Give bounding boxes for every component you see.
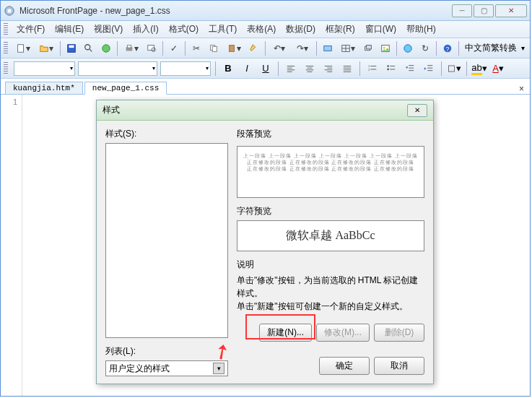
undo-button[interactable]: ↶▾ (269, 40, 290, 56)
tab-kuangjia[interactable]: kuangjia.htm* (5, 82, 83, 94)
table-button[interactable]: ▾ (337, 40, 359, 56)
app-icon (4, 5, 15, 17)
menu-window[interactable]: 窗口(W) (361, 22, 401, 37)
menu-data[interactable]: 数据(D) (282, 22, 320, 37)
delete-style-button[interactable]: 删除(D) (374, 324, 424, 342)
menubar: 文件(F) 编辑(E) 视图(V) 插入(I) 格式(O) 工具(T) 表格(A… (1, 21, 530, 38)
para-preview-label: 段落预览 (237, 128, 424, 140)
char-preview-label: 字符预览 (237, 205, 424, 217)
svg-rect-56 (448, 65, 454, 71)
indent-button[interactable] (421, 61, 437, 77)
menu-insert[interactable]: 插入(I) (128, 22, 162, 37)
bold-button[interactable]: B (220, 61, 236, 77)
toolbar-grip[interactable] (4, 42, 8, 55)
maximize-button[interactable]: ▢ (474, 4, 494, 17)
font-color-button[interactable]: A▾ (490, 61, 506, 77)
svg-point-5 (85, 44, 90, 49)
cut-button[interactable]: ✂ (188, 40, 204, 56)
format-painter-button[interactable] (246, 40, 262, 56)
char-preview-box: 微软卓越 AaBbCc (237, 220, 424, 251)
para-preview-text: 上一段落 上一段落 上一段落 上一段落 上一段落 上一段落 上一段落 正在修改的… (243, 152, 418, 172)
tab-newpage[interactable]: new_page_1.css (84, 82, 167, 95)
titlebar[interactable]: Microsoft FrontPage - new_page_1.css ─ ▢… (1, 1, 530, 21)
window-title: Microsoft FrontPage - new_page_1.css (19, 6, 452, 16)
menu-view[interactable]: 视图(V) (90, 22, 127, 37)
menu-frame[interactable]: 框架(R) (321, 22, 359, 37)
picture-button[interactable] (378, 40, 393, 56)
menu-help[interactable]: 帮助(H) (402, 22, 440, 37)
minimize-button[interactable]: ─ (452, 4, 472, 17)
svg-point-46 (387, 65, 389, 67)
para-preview-box: 上一段落 上一段落 上一段落 上一段落 上一段落 上一段落 上一段落 正在修改的… (237, 146, 424, 198)
save-button[interactable] (64, 40, 79, 56)
svg-rect-20 (366, 45, 371, 48)
svg-point-22 (383, 46, 385, 48)
new-style-button[interactable]: 新建(N)... (259, 324, 312, 342)
ok-button[interactable]: 确定 (319, 357, 370, 375)
svg-point-23 (404, 44, 412, 52)
menu-tools[interactable]: 工具(T) (204, 22, 241, 37)
svg-rect-13 (212, 46, 217, 51)
help-button[interactable]: ? (440, 40, 455, 56)
bullet-list-button[interactable] (383, 61, 399, 77)
menu-table[interactable]: 表格(A) (243, 22, 280, 37)
hyperlink-button[interactable] (400, 40, 416, 56)
dialog-close-button[interactable]: ✕ (407, 104, 427, 117)
desc-text1: 单击"修改"按钮，为当前选取的 HTML 标记创建样式。 (237, 274, 424, 300)
print-button[interactable]: ▾ (121, 40, 142, 56)
lang-convert-label[interactable]: 中文简繁转换 (462, 42, 520, 54)
list-select-value: 用户定义的样式 (109, 363, 170, 375)
style-combo[interactable]: ▾ (14, 61, 75, 76)
border-button[interactable]: ▾ (446, 61, 462, 77)
align-left-button[interactable] (283, 61, 299, 77)
highlight-button[interactable]: ab▾ (471, 61, 487, 77)
menu-edit[interactable]: 编辑(E) (51, 22, 88, 37)
styles-listbox[interactable] (105, 143, 228, 338)
menu-format[interactable]: 格式(O) (165, 22, 203, 37)
toolbar2-grip[interactable] (4, 62, 8, 75)
align-center-button[interactable] (302, 61, 318, 77)
spellcheck-button[interactable]: ✓ (166, 40, 182, 56)
svg-rect-9 (127, 45, 131, 48)
chevron-down-icon: ▾ (213, 363, 224, 374)
align-justify-button[interactable] (339, 61, 355, 77)
line-gutter: 1 (1, 95, 22, 396)
outdent-button[interactable] (402, 61, 418, 77)
publish-button[interactable] (98, 40, 114, 56)
underline-button[interactable]: U (258, 61, 274, 77)
modify-style-button[interactable]: 修改(M)... (316, 324, 370, 342)
refresh-button[interactable]: ↻ (417, 40, 433, 56)
tab-close-button[interactable]: × (519, 84, 524, 94)
svg-line-6 (90, 48, 92, 51)
paste-button[interactable]: ▾ (223, 40, 245, 56)
document-tabs: kuangjia.htm* new_page_1.css × (1, 79, 530, 95)
italic-button[interactable]: I (239, 61, 255, 77)
toolbar-format: ▾ ▾ ▾ B I U 12 ▾ ab▾ A▾ (1, 59, 530, 79)
redo-button[interactable]: ↷▾ (292, 40, 313, 56)
svg-rect-2 (18, 44, 24, 52)
copy-button[interactable] (206, 40, 222, 56)
svg-rect-14 (230, 45, 235, 51)
preview-button[interactable] (144, 40, 160, 56)
list-select[interactable]: 用户定义的样式 ▾ (105, 360, 228, 376)
align-right-button[interactable] (320, 61, 336, 77)
svg-rect-4 (69, 45, 74, 48)
svg-point-48 (387, 68, 389, 70)
styles-label: 样式(S): (105, 128, 228, 140)
svg-point-1 (7, 9, 11, 12)
size-combo[interactable]: ▾ (160, 61, 211, 76)
numbered-list-button[interactable]: 12 (365, 61, 380, 77)
desc-label: 说明 (237, 259, 424, 271)
close-button[interactable]: ✕ (495, 4, 527, 17)
menu-file[interactable]: 文件(F) (12, 22, 49, 37)
cancel-button[interactable]: 取消 (374, 357, 424, 375)
dialog-titlebar[interactable]: 样式 ✕ (97, 100, 433, 121)
dialog-title: 样式 (103, 104, 407, 116)
layer-button[interactable] (360, 40, 376, 56)
open-button[interactable]: ▾ (35, 40, 57, 56)
new-button[interactable]: ▾ (12, 40, 34, 56)
font-combo[interactable]: ▾ (78, 61, 157, 76)
search-button[interactable] (81, 40, 97, 56)
web-component-button[interactable] (320, 40, 336, 56)
menubar-grip[interactable] (4, 23, 8, 36)
